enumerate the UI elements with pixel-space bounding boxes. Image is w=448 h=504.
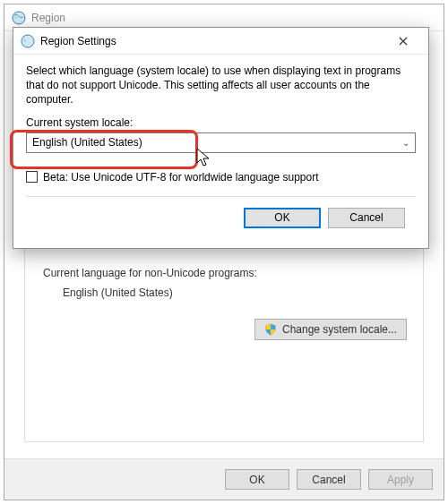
locale-label: Current system locale:	[26, 116, 416, 129]
parent-title: Region	[31, 12, 65, 24]
dialog-description: Select which language (system locale) to…	[26, 64, 416, 107]
parent-cancel-button[interactable]: Cancel	[297, 469, 361, 490]
current-language-value: English (United States)	[63, 286, 409, 299]
svg-point-0	[13, 12, 25, 24]
region-settings-dialog: Region Settings Select which language (s…	[13, 27, 429, 249]
shield-icon	[264, 323, 277, 336]
close-icon	[399, 34, 408, 48]
dialog-cancel-button[interactable]: Cancel	[328, 208, 405, 228]
parent-footer: OK Cancel Apply	[4, 458, 444, 500]
dialog-title: Region Settings	[40, 35, 385, 47]
globe-icon	[12, 11, 26, 25]
parent-cancel-label: Cancel	[312, 474, 345, 486]
parent-apply-button: Apply	[368, 469, 433, 490]
parent-ok-label: OK	[249, 474, 264, 486]
change-system-locale-label: Change system locale...	[282, 323, 397, 336]
dialog-close-button[interactable]	[385, 29, 421, 54]
dialog-footer: OK Cancel	[26, 204, 416, 239]
dialog-ok-button[interactable]: OK	[244, 208, 321, 228]
beta-utf8-checkbox-row[interactable]: Beta: Use Unicode UTF-8 for worldwide la…	[26, 171, 416, 184]
svg-point-1	[22, 35, 34, 47]
dialog-ok-label: OK	[274, 211, 289, 224]
chevron-down-icon: ⌄	[402, 138, 409, 148]
divider	[26, 196, 416, 197]
change-system-locale-button[interactable]: Change system locale...	[254, 319, 407, 340]
system-locale-dropdown[interactable]: English (United States) ⌄	[26, 132, 416, 153]
dialog-titlebar: Region Settings	[13, 28, 428, 55]
parent-ok-button[interactable]: OK	[225, 469, 289, 490]
globe-icon	[21, 34, 35, 48]
parent-apply-label: Apply	[387, 474, 414, 486]
beta-utf8-checkbox[interactable]	[26, 171, 38, 183]
dialog-cancel-label: Cancel	[349, 211, 383, 224]
dialog-body: Select which language (system locale) to…	[13, 55, 428, 248]
non-unicode-label: Current language for non-Unicode program…	[43, 267, 409, 279]
locale-selected-value: English (United States)	[32, 136, 402, 149]
beta-utf8-label: Beta: Use Unicode UTF-8 for worldwide la…	[43, 171, 319, 184]
